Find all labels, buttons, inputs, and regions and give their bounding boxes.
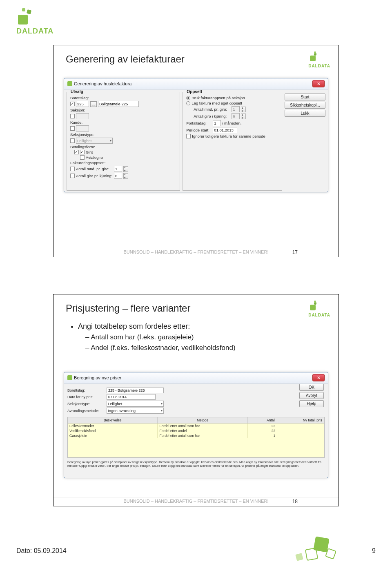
close-icon[interactable]: ✕ <box>312 374 325 381</box>
d2-grid: Beskrivelse Metode Antall Ny total. pris… <box>67 417 325 458</box>
oppsett-legend: Oppsett <box>185 89 203 94</box>
page-number: 9 <box>372 547 376 555</box>
avtalegiro-checkbox[interactable] <box>80 155 85 160</box>
seksjon-input[interactable] <box>76 113 89 119</box>
borettslag-label: Borettslag: <box>70 96 99 100</box>
slide1-title: Generering av leiefakturaer <box>66 53 185 65</box>
chevron-down-icon: ▾ <box>110 139 111 143</box>
oppsett-opt1-label: Bruk fakturaoppsett på seksjon <box>192 96 245 100</box>
kunde-checkbox[interactable] <box>70 126 75 131</box>
d2-seksjonstype-label: Seksjonstype: <box>67 402 104 406</box>
antall-giro-input[interactable] <box>114 173 122 179</box>
antall-mnd-checkbox[interactable] <box>70 167 75 171</box>
antall-mnd-input[interactable] <box>114 166 122 172</box>
borettslag-name-input[interactable] <box>98 101 139 107</box>
grid-header-metode[interactable]: Metode <box>158 417 247 423</box>
d2-dato-input[interactable] <box>107 394 156 400</box>
d2-avrunding-label: Avrundingsmetode: <box>67 409 104 413</box>
lukk-button[interactable]: Lukk <box>285 110 325 117</box>
giro-label: Giro <box>86 150 93 154</box>
slide-1: Generering av leiefakturaer DALDATA Gene… <box>53 45 339 257</box>
start-button[interactable]: Start <box>285 94 325 100</box>
grid-header-nypris[interactable]: Ny total. pris <box>277 417 324 423</box>
antall-mnd-label: Antall mnd. pr. giro: <box>76 167 113 171</box>
oppsett-radio-2[interactable] <box>186 101 190 105</box>
bullet-1: Angi totalbeløp som fordeles etter: <box>78 322 190 330</box>
antall-giro-checkbox[interactable] <box>70 174 75 178</box>
oppsett-radio-1[interactable] <box>186 96 190 100</box>
forfallsdag-label: Forfallsdag: <box>186 121 212 125</box>
ops-antall-mnd-label: Antall mnd. pr. giro: <box>194 107 230 111</box>
table-row[interactable]: Vedlikeholdsfond Fordel etter andel 22 <box>68 428 324 433</box>
page-date: Dato: 05.09.2014 <box>16 547 67 555</box>
table-row[interactable]: Garasjeleie Fordel etter antall som har … <box>68 433 324 438</box>
borettslag-id-input[interactable] <box>76 101 89 107</box>
antall-mnd-spinner[interactable] <box>123 166 128 172</box>
seksjonstype-label: Seksjonstype: <box>70 132 99 137</box>
slide2-brand-logo: DALDATA <box>308 301 330 317</box>
ok-button[interactable]: OK <box>299 384 324 391</box>
slide2-bullets: Angi totalbeløp som fordeles etter: Anta… <box>70 321 322 353</box>
d2-seksjonstype-combo[interactable]: Leilighet ▾ <box>107 401 164 407</box>
d2-dato-label: Dato for ny pris: <box>67 395 104 399</box>
kunde-input[interactable] <box>76 125 89 131</box>
d2-borettslag-input[interactable] <box>107 388 164 393</box>
grid-header-antall[interactable]: Antall <box>248 417 277 423</box>
slide2-footer: BUNNSOLID – HANDLEKRAFTIG – FREMTIDSRETT… <box>53 497 339 504</box>
seksjonstype-checkbox[interactable] <box>70 138 75 143</box>
betalingsform-label: Betalingsform: <box>70 145 99 149</box>
giro-checkbox[interactable] <box>80 150 85 154</box>
bullet-1a: Antall som har (f.eks. garasjeleie) <box>91 333 194 341</box>
dialog2-title-text: Beregning av nye priser <box>74 375 121 380</box>
seksjonstype-combo[interactable]: Leilighet ▾ <box>76 138 113 144</box>
sikkerhet-button[interactable]: Sikkerhetskopi... <box>285 102 325 109</box>
seksjon-checkbox[interactable] <box>70 114 75 118</box>
periode-input[interactable] <box>213 127 237 133</box>
ops-antall-mnd-input[interactable] <box>232 106 240 112</box>
slide1-page-number: 17 <box>292 250 298 255</box>
borettslag-browse-button[interactable]: ... <box>90 101 97 107</box>
grid-header-beskrivelse[interactable]: Beskrivelse <box>68 417 158 423</box>
slide2-page-number: 18 <box>292 499 298 504</box>
slide1-footer: BUNNSOLID – HANDLEKRAFTIG – FREMTIDSRETT… <box>53 248 339 254</box>
ops-antall-mnd-spinner[interactable] <box>241 107 246 112</box>
table-row[interactable]: Felleskostnader Fordel etter antall som … <box>68 423 324 428</box>
dialog-beregning: Beregning av nye priser ✕ OK Avbryt Hjel… <box>64 372 328 478</box>
d2-borettslag-label: Borettslag: <box>67 388 104 392</box>
fieldset-utvalg: Utvalg Borettslag: ... Seksjon: Kunde: <box>67 92 180 191</box>
betalingsform-all-checkbox[interactable] <box>74 150 79 154</box>
chevron-down-icon: ▾ <box>161 409 163 412</box>
slide2-title: Prisjustering – flere varianter <box>66 303 190 314</box>
antall-giro-spinner[interactable] <box>123 173 128 179</box>
dialog-titlebar[interactable]: Generering av husleiefaktura ✕ <box>64 78 328 89</box>
page-footer: Dato: 05.09.2014 9 <box>16 547 376 555</box>
ops-antall-giro-spinner[interactable] <box>241 114 246 119</box>
avbryt-button[interactable]: Avbryt <box>299 392 324 399</box>
seksjon-label: Seksjon: <box>70 108 99 112</box>
ignorer-checkbox[interactable] <box>186 134 191 138</box>
ops-antall-giro-label: Antall giro i kjøring: <box>194 114 230 118</box>
bullet-1b: Andel (f.eks. felleskostnader, vedlikeho… <box>91 344 235 352</box>
ignorer-label: Ignorer tidligere faktura for samme peri… <box>192 134 265 138</box>
dialog-title-text: Generering av husleiefaktura <box>74 81 131 86</box>
slide1-brand-logo: DALDATA <box>308 51 330 68</box>
forfallsdag-input[interactable] <box>213 120 221 126</box>
chevron-down-icon: ▾ <box>161 402 163 406</box>
ops-antall-giro-input[interactable] <box>232 113 240 119</box>
dialog2-titlebar[interactable]: Beregning av nye priser ✕ <box>64 372 328 383</box>
kunde-label: Kunde: <box>70 120 99 125</box>
forfallsdag-suffix: i måneden. <box>222 121 241 125</box>
app-icon <box>67 375 72 380</box>
hjelp-button[interactable]: Hjelp <box>299 400 324 407</box>
fieldset-oppsett: Oppsett Bruk fakturaoppsett på seksjon L… <box>183 92 282 191</box>
dialog-button-column: Start Sikkerhetskopi... Lukk <box>285 92 325 191</box>
avtalegiro-label: Avtalegiro <box>86 155 103 160</box>
borettslag-checkbox[interactable] <box>70 102 75 106</box>
logo-icon <box>16 8 33 25</box>
close-icon[interactable]: ✕ <box>312 80 325 87</box>
periode-label: Periode start: <box>186 128 212 132</box>
faktoppsett-label: Faktureringsoppsett: <box>70 160 106 165</box>
d2-avrunding-combo[interactable]: Ingen avrunding ▾ <box>107 408 164 414</box>
brand-text: DALDATA <box>16 27 53 36</box>
app-icon <box>67 81 72 86</box>
